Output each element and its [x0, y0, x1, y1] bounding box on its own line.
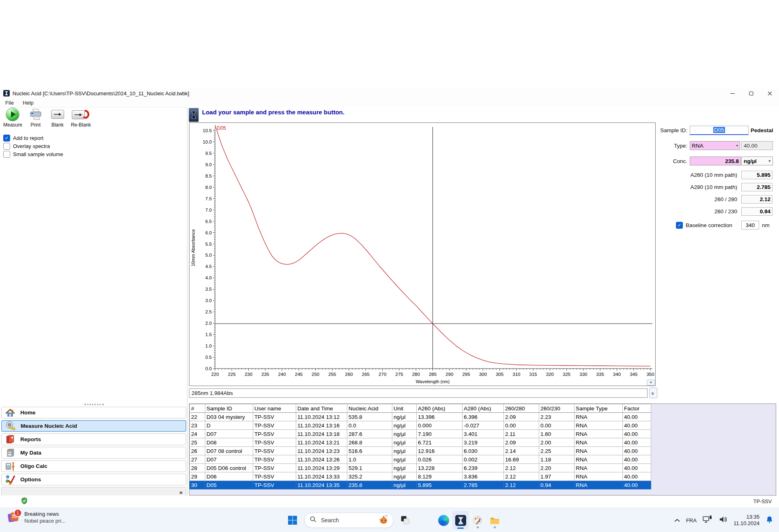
cell: RNA [575, 464, 623, 472]
table-row-26[interactable]: 26D07 08 controlTP-SSV11.10.2024 13:2351… [190, 447, 651, 455]
cell: D03 04 mystery [205, 413, 253, 421]
window-title: Nucleic Acid [C:\Users\TP-SSV\Documents\… [13, 90, 189, 97]
baseline-value: 340 [746, 222, 755, 228]
search-box[interactable]: Search [304, 513, 394, 528]
menu-item-help[interactable]: Help [19, 100, 37, 106]
col-header-sample-type[interactable]: Sample Type [575, 404, 623, 413]
svg-text:D05: D05 [217, 125, 226, 131]
svg-text:6.0: 6.0 [205, 230, 212, 235]
cell: D07 [205, 455, 253, 464]
sample-id-input[interactable]: D05 [690, 126, 749, 135]
baseline-correction-checkbox[interactable]: ✓ [676, 222, 683, 229]
collapse-side-panel-button[interactable]: « [647, 380, 655, 386]
close-button[interactable] [760, 88, 779, 98]
cell: 11.10.2024 13:21 [296, 438, 347, 447]
svg-text:0.5: 0.5 [205, 355, 212, 360]
col-header-[interactable]: # [190, 404, 205, 413]
sidebar-item-measure-nucleic-acid[interactable]: Measure Nucleic Acid [1, 420, 186, 432]
svg-text:310: 310 [512, 372, 520, 377]
table-row-25[interactable]: 25D08TP-SSV11.10.2024 13:21268.8ng/µl6.7… [190, 438, 651, 447]
logged-in-user: TP-SSV [753, 499, 772, 504]
overlay-spectra-checkbox[interactable] [3, 143, 10, 150]
paint-app-icon[interactable] [469, 511, 486, 530]
svg-text:3.0: 3.0 [205, 298, 212, 303]
results-table-panel: #Sample IDUser nameDate and TimeNucleic … [189, 403, 776, 496]
col-header-factor[interactable]: Factor [623, 404, 651, 413]
baseline-wavelength-input[interactable]: 340 [741, 221, 759, 230]
measure-play-icon [6, 107, 19, 122]
sidebar-item-reports[interactable]: Reports [1, 433, 186, 445]
network-icon[interactable] [703, 515, 712, 525]
svg-text:4.0: 4.0 [205, 275, 212, 280]
notification-badge: 1 [14, 509, 22, 517]
conc-unit-dropdown[interactable]: ng/µl▾ [741, 157, 773, 165]
file-explorer-icon[interactable] [486, 511, 503, 530]
col-header-a260-abs[interactable]: A260 (Abs) [417, 404, 463, 413]
volume-icon[interactable] [719, 516, 727, 525]
menu-item-file[interactable]: File [2, 100, 17, 106]
table-header-row: #Sample IDUser nameDate and TimeNucleic … [190, 404, 651, 413]
sidebar-item-oligo-calc[interactable]: Oligo Calc [1, 460, 186, 472]
table-row-29[interactable]: 29D06TP-SSV11.10.2024 13:33325.2ng/µl8.1… [190, 472, 651, 481]
start-button[interactable] [284, 511, 301, 530]
cell: 13.396 [417, 413, 463, 421]
spectrum-chart[interactable]: 2202252302352402452502552602652702752802… [189, 122, 656, 386]
svg-text:6.5: 6.5 [205, 219, 212, 224]
clock[interactable]: 13:35 11.10.2024 [734, 514, 760, 527]
table-row-23[interactable]: 23DTP-SSV11.10.2024 13:160.0ng/µl0.000-0… [190, 421, 651, 430]
cell: TP-SSV [253, 421, 296, 430]
table-row-24[interactable]: 24D07TP-SSV11.10.2024 13:18287.6ng/µl7.1… [190, 430, 651, 438]
col-header-user-name[interactable]: User name [253, 404, 296, 413]
col-header-260-280[interactable]: 260/280 [504, 404, 539, 413]
reading-row-260-280: 260 / 2802.12 [658, 195, 778, 204]
type-label: Type: [658, 143, 687, 149]
expand-sidebar-chevron[interactable]: » [179, 489, 182, 496]
toolbar-blank-button[interactable]: Blank [49, 107, 66, 128]
col-header-a280-abs[interactable]: A280 (Abs) [463, 404, 504, 413]
maximize-button[interactable] [742, 88, 760, 98]
sidebar-resize-grip[interactable] [84, 404, 104, 405]
toolbar-re-blank-button[interactable]: Re-Blank [71, 107, 91, 128]
cell: 26 [190, 447, 205, 455]
minimize-button[interactable] [723, 88, 742, 98]
app-icon [3, 90, 10, 97]
table-row-22[interactable]: 22D03 04 mysteryTP-SSV11.10.2024 13:1253… [190, 413, 651, 421]
cell: RNA [575, 421, 623, 430]
cell: RNA [575, 472, 623, 481]
svg-text:260: 260 [345, 372, 353, 377]
nanodrop-app-icon[interactable] [452, 511, 469, 530]
svg-text:9.5: 9.5 [205, 151, 212, 156]
col-header-sample-id[interactable]: Sample ID [205, 404, 253, 413]
add-to-report-checkbox[interactable]: ✓ [3, 135, 10, 142]
col-header-260-230[interactable]: 260/230 [539, 404, 575, 413]
notification-bell-icon[interactable] [766, 515, 773, 525]
results-table[interactable]: #Sample IDUser nameDate and TimeNucleic … [189, 404, 651, 489]
svg-text:7.0: 7.0 [205, 208, 212, 212]
spectrum-plot[interactable]: 2202252302352402452502552602652702752802… [189, 123, 654, 385]
col-header-date-and-time[interactable]: Date and Time [296, 404, 347, 413]
toolbar-measure-button[interactable]: Measure [3, 107, 22, 128]
language-indicator[interactable]: FRA [686, 517, 697, 523]
widgets-button[interactable]: 1 Breaking news Nobel peace pri... [7, 511, 66, 524]
hidden-icons-chevron[interactable] [674, 517, 680, 524]
sidebar-item-options[interactable]: Options [1, 474, 186, 485]
table-row-30[interactable]: 30D05TP-SSV11.10.2024 13:35235.8ng/µl5.8… [190, 481, 651, 489]
col-header-nucleic-acid[interactable]: Nucleic Acid [347, 404, 392, 413]
cell: 40.00 [623, 447, 651, 455]
sidebar-item-home[interactable]: Home [1, 407, 186, 418]
table-row-28[interactable]: 28D05 D06 controlTP-SSV11.10.2024 13:295… [190, 464, 651, 472]
sidebar-item-my-data[interactable]: My Data [1, 447, 186, 459]
small-sample-volume-checkbox[interactable] [3, 151, 10, 158]
toolbar-print-button[interactable]: Print [27, 107, 44, 128]
edge-browser-icon[interactable] [435, 511, 452, 530]
col-header-unit[interactable]: Unit [392, 404, 417, 413]
svg-text:1.0: 1.0 [205, 343, 212, 348]
task-view-button[interactable] [397, 511, 413, 530]
expand-table-button[interactable]: » [649, 388, 657, 398]
table-row-27[interactable]: 27D07TP-SSV11.10.2024 13:261.0ng/µl0.026… [190, 455, 651, 464]
cell: 2.785 [463, 481, 504, 489]
factor-field[interactable]: 40.00 [741, 141, 773, 150]
news-subtitle: Nobel peace pri... [24, 518, 66, 524]
type-dropdown[interactable]: RNA▾ [690, 141, 740, 150]
cell: 11.10.2024 13:23 [296, 447, 347, 455]
